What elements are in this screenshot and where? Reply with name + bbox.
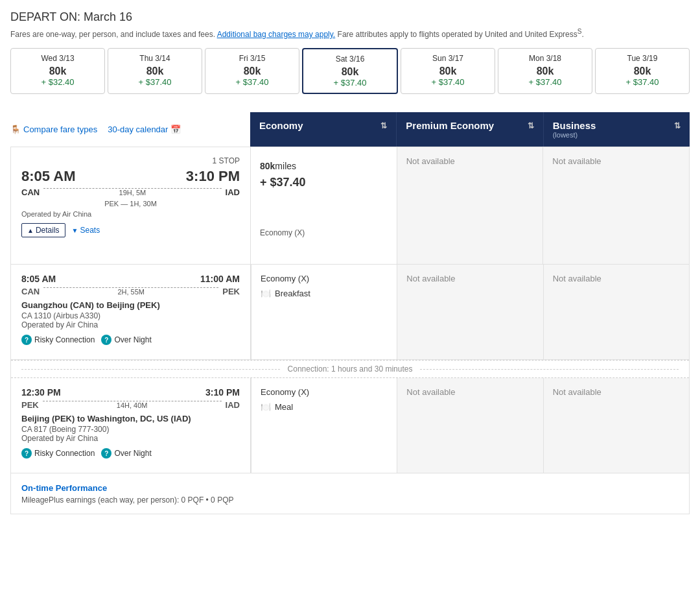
calendar-30-day-link[interactable]: 30-day calendar 📅 bbox=[108, 125, 181, 134]
connection-text: Connection: 1 hours and 30 minutes bbox=[280, 364, 421, 374]
ontime-link[interactable]: On-time Performance bbox=[21, 483, 107, 493]
flight-info: 1 STOP 8:05 AM 3:10 PM CAN 19H, 5M IAD P… bbox=[11, 147, 251, 264]
seg2-overnight: ? Over Night bbox=[101, 448, 151, 459]
operated-by: Operated by Air China bbox=[21, 210, 240, 218]
risky-badge-icon[interactable]: ? bbox=[21, 335, 32, 345]
header-title-wrap: Premium Economy bbox=[406, 120, 494, 131]
seg1-duration: 2H, 55M bbox=[117, 288, 145, 296]
depart-time: 8:05 AM bbox=[21, 168, 76, 185]
segment2-section: 12:30 PM 3:10 PM PEK 14H, 40M IAD Beijin… bbox=[10, 378, 690, 473]
notice-suffix: Fare attributes apply to flights operate… bbox=[338, 30, 578, 39]
seg1-from: CAN bbox=[21, 287, 40, 296]
seg2-premium-na: Not available bbox=[406, 387, 455, 397]
date-card-sun317[interactable]: Sun 3/17 80k + $37.40 bbox=[401, 48, 495, 94]
depart-date: March 16 bbox=[84, 10, 132, 23]
fare-cells: 80kmiles + $37.40 Economy (X) Not availa… bbox=[251, 147, 689, 264]
details-button[interactable]: ▲ Details bbox=[21, 223, 65, 237]
seg1-premium-na: Not available bbox=[406, 274, 455, 283]
seg2-risky-label: Risky Connection bbox=[34, 449, 95, 458]
seg1-premium-cell: Not available bbox=[397, 265, 542, 359]
header-title: Premium Economy bbox=[406, 120, 494, 131]
seg1-operated: Operated by Air China bbox=[21, 320, 240, 329]
seg2-title: Beijing (PEK) to Washington, DC, US (IAD… bbox=[21, 414, 240, 423]
notice-text: Fares are one-way, per person, and inclu… bbox=[10, 30, 215, 39]
header-title-wrap: Business (lowest) bbox=[553, 120, 596, 139]
header-sub: (lowest) bbox=[553, 131, 596, 139]
seg1-meal-label: Breakfast bbox=[275, 289, 310, 298]
seg2-economy-cell: Economy (X) 🍽️ Meal bbox=[251, 378, 397, 473]
seats-label: Seats bbox=[80, 226, 100, 235]
arrive-time: 3:10 PM bbox=[186, 168, 240, 185]
mileage-value: 0 PQF • 0 PQP bbox=[181, 495, 234, 505]
depart-title: DEPART ON: March 16 bbox=[10, 10, 690, 24]
date-card-mon318[interactable]: Mon 3/18 80k + $37.40 bbox=[498, 48, 592, 94]
sort-icon[interactable]: ⇅ bbox=[380, 121, 387, 130]
seg1-overnight: ? Over Night bbox=[101, 335, 151, 345]
date-card-tue319[interactable]: Tue 3/19 80k + $37.40 bbox=[595, 48, 690, 94]
bag-charges-link[interactable]: Additional bag charges may apply. bbox=[217, 30, 336, 39]
seg2-depart: 12:30 PM bbox=[21, 387, 61, 398]
header-title: Economy bbox=[259, 120, 303, 131]
seats-link[interactable]: ▼ Seats bbox=[72, 223, 100, 237]
date-label: Wed 3/13 bbox=[15, 54, 100, 63]
date-label: Mon 3/18 bbox=[502, 54, 588, 63]
header-title-wrap: Economy bbox=[259, 120, 303, 131]
from-airport: CAN bbox=[21, 187, 40, 197]
mileage-label: MileagePlus earnings (each way, per pers… bbox=[21, 495, 179, 505]
date-selector: Wed 3/13 80k + $32.40 Thu 3/14 80k + $37… bbox=[10, 48, 690, 94]
flight-card: 1 STOP 8:05 AM 3:10 PM CAN 19H, 5M IAD P… bbox=[10, 147, 690, 265]
seg1-business-na: Not available bbox=[553, 274, 601, 283]
seg1-business-cell: Not available bbox=[543, 265, 689, 359]
date-label: Tue 3/19 bbox=[600, 54, 685, 63]
seg1-meal: 🍽️ Breakfast bbox=[261, 289, 388, 298]
miles-display: 80k bbox=[15, 66, 100, 77]
seg2-meal: 🍽️ Meal bbox=[261, 402, 388, 412]
seg2-business-cell: Not available bbox=[543, 378, 689, 473]
price-display: + $37.40 bbox=[600, 77, 685, 87]
date-card-sat316[interactable]: Sat 3/16 80k + $37.40 bbox=[302, 48, 398, 94]
seg2-risky-icon[interactable]: ? bbox=[21, 448, 32, 459]
risky-label: Risky Connection bbox=[34, 335, 95, 344]
times-row: 8:05 AM 3:10 PM bbox=[21, 168, 240, 185]
details-row: ▲ Details ▼ Seats bbox=[21, 223, 240, 237]
overnight-label: Over Night bbox=[114, 335, 151, 344]
seg1-title: Guangzhou (CAN) to Beijing (PEK) bbox=[21, 300, 240, 310]
miles-display: 80k bbox=[307, 66, 393, 78]
seg2-flight-num: CA 817 (Boeing 777-300) bbox=[21, 425, 240, 434]
segment1-row: 8:05 AM 11:00 AM CAN 2H, 55M PEK Guangzh… bbox=[11, 265, 689, 359]
seg1-risky: ? Risky Connection bbox=[21, 335, 95, 345]
compare-fare-types-link[interactable]: 🪑 Compare fare types bbox=[10, 125, 97, 134]
seg2-badges: ? Risky Connection ? Over Night bbox=[21, 448, 240, 459]
price-display: + $37.40 bbox=[307, 78, 393, 88]
seg2-overnight-icon[interactable]: ? bbox=[101, 448, 111, 459]
connection-bar: Connection: 1 hours and 30 minutes bbox=[10, 360, 690, 378]
route-row: CAN 19H, 5M IAD bbox=[21, 187, 240, 197]
seg2-route-line: 14H, 40M bbox=[43, 401, 222, 409]
seg2-operated: Operated by Air China bbox=[21, 434, 240, 443]
date-card-fri315[interactable]: Fri 3/15 80k + $37.40 bbox=[205, 48, 299, 94]
calendar-30-day-label: 30-day calendar bbox=[108, 125, 168, 134]
page-header: DEPART ON: March 16 Fares are one-way, p… bbox=[10, 10, 690, 39]
fare-header-business: Business (lowest) ⇅ bbox=[543, 112, 690, 147]
sort-icon[interactable]: ⇅ bbox=[674, 121, 681, 130]
seg2-duration: 14H, 40M bbox=[117, 401, 148, 409]
date-label: Sat 3/16 bbox=[307, 54, 393, 64]
seg2-times: 12:30 PM 3:10 PM bbox=[21, 387, 240, 398]
fare-header-premium_economy: Premium Economy ⇅ bbox=[396, 112, 542, 147]
segment2-info: 12:30 PM 3:10 PM PEK 14H, 40M IAD Beijin… bbox=[11, 378, 251, 473]
seg1-route: CAN 2H, 55M PEK bbox=[21, 287, 240, 296]
premium-fare-cell: Not available bbox=[397, 147, 543, 264]
miles-display: 80k bbox=[405, 66, 491, 77]
seg1-to: PEK bbox=[222, 287, 240, 296]
date-card-thu314[interactable]: Thu 3/14 80k + $37.40 bbox=[108, 48, 202, 94]
notice-sup: S bbox=[578, 28, 582, 35]
sort-icon[interactable]: ⇅ bbox=[528, 121, 534, 130]
layover-text: PEK — 1H, 30M bbox=[104, 200, 157, 208]
miles-display: 80k bbox=[209, 66, 295, 77]
overnight-badge-icon[interactable]: ? bbox=[101, 335, 111, 345]
price-display: + $37.40 bbox=[112, 77, 198, 87]
details-label: Details bbox=[36, 226, 60, 235]
date-card-wed313[interactable]: Wed 3/13 80k + $32.40 bbox=[10, 48, 105, 94]
date-label: Thu 3/14 bbox=[112, 54, 198, 63]
layover-info: PEK — 1H, 30M bbox=[21, 200, 240, 208]
